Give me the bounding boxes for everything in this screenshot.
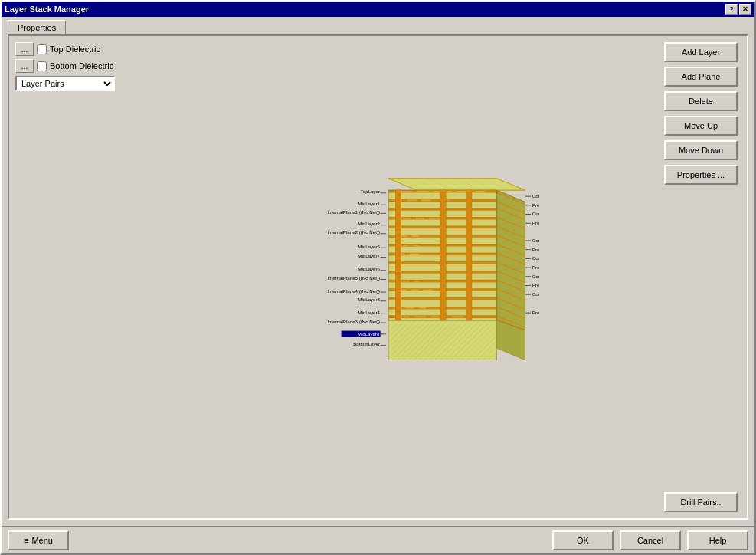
svg-text:InternalPlane5 ((No Net)): InternalPlane5 ((No Net)) <box>327 275 380 281</box>
svg-text:Core (12.6mil): Core (12.6mil) <box>532 291 538 297</box>
top-dielectric-row: ... Top Dielectric <box>15 42 169 56</box>
menu-label: Menu <box>31 536 53 545</box>
svg-rect-60 <box>429 217 440 218</box>
svg-text:Prepreg (12.6mil): Prepreg (12.6mil) <box>532 310 538 315</box>
bottom-dielectric-label: Bottom Dielectric <box>50 61 113 71</box>
ok-button[interactable]: OK <box>552 530 614 550</box>
svg-text:InternalPlane1 ((No Net)): InternalPlane1 ((No Net)) <box>327 209 380 214</box>
svg-rect-142 <box>395 190 401 320</box>
svg-rect-59 <box>415 217 424 218</box>
top-dielectric-dotdot-btn[interactable]: ... <box>15 42 34 56</box>
svg-rect-144 <box>466 190 471 320</box>
svg-text:MidLayer3: MidLayer3 <box>358 297 380 302</box>
move-down-button[interactable]: Move Down <box>664 140 738 160</box>
bottom-dielectric-checkbox[interactable] <box>37 61 47 71</box>
svg-text:Core (12.6mil): Core (12.6mil) <box>532 273 538 278</box>
svg-text:Prepreg (12.6mil): Prepreg (12.6mil) <box>532 246 538 251</box>
help-title-btn[interactable]: ? <box>725 4 738 15</box>
pcb-stack-svg: TopLayer MidLayer1 InternalPlane1 ((No N… <box>294 113 539 442</box>
svg-text:MidLayer6: MidLayer6 <box>358 266 380 271</box>
svg-rect-51 <box>407 199 416 201</box>
tab-properties[interactable]: Properties <box>8 20 66 34</box>
main-content: ... Top Dielectric ... Bottom Dielectric… <box>8 34 748 520</box>
svg-rect-86 <box>411 289 417 291</box>
layer-pairs-dropdown-container: Layer Pairs All Layers <box>15 76 169 91</box>
content-area: ... Top Dielectric ... Bottom Dielectric… <box>15 42 741 512</box>
svg-text:Prepreg (12.6mil): Prepreg (12.6mil) <box>532 202 538 207</box>
svg-marker-30 <box>388 178 525 189</box>
move-up-button[interactable]: Move Up <box>664 116 738 136</box>
svg-text:MidLayer5: MidLayer5 <box>358 243 380 248</box>
left-panel: ... Top Dielectric ... Bottom Dielectric… <box>15 42 169 512</box>
top-dielectric-checkbox[interactable] <box>37 44 47 54</box>
layer-label-toplayer: TopLayer <box>360 189 379 194</box>
add-plane-button[interactable]: Add Plane <box>664 67 738 87</box>
svg-rect-69 <box>402 244 407 245</box>
svg-text:MidLayer8: MidLayer8 <box>357 330 379 336</box>
footer: ≡ Menu OK Cancel Help <box>2 526 754 553</box>
svg-marker-101 <box>496 190 525 360</box>
svg-rect-82 <box>414 280 418 281</box>
svg-text:Prepreg (12.6mil): Prepreg (12.6mil) <box>532 264 538 269</box>
svg-rect-99 <box>452 316 463 317</box>
svg-text:MidLayer2: MidLayer2 <box>358 221 380 226</box>
delete-button[interactable]: Delete <box>664 91 738 111</box>
svg-rect-74 <box>409 253 418 255</box>
window-title: Layer Stack Manager <box>5 5 89 14</box>
svg-rect-81 <box>402 280 409 281</box>
top-dielectric-label: Top Dielectric <box>50 44 100 54</box>
svg-text:Core (12.6mil): Core (12.6mil) <box>532 193 538 199</box>
svg-rect-45 <box>417 190 428 192</box>
svg-rect-70 <box>413 244 418 245</box>
svg-rect-87 <box>423 289 432 291</box>
svg-text:InternalPlane4 ((No Net)): InternalPlane4 ((No Net)) <box>327 287 380 293</box>
main-window: Layer Stack Manager ? ✕ Properties ... T… <box>0 0 756 555</box>
close-title-btn[interactable]: ✕ <box>739 4 751 15</box>
bottom-dielectric-dotdot-btn[interactable]: ... <box>15 59 34 73</box>
cancel-button[interactable]: Cancel <box>620 530 681 550</box>
svg-text:BottomLayer: BottomLayer <box>353 341 380 346</box>
right-panel: Add Layer Add Plane Delete Move Up Move … <box>664 42 741 512</box>
svg-rect-48 <box>475 190 484 192</box>
bottom-dielectric-row: ... Bottom Dielectric <box>15 59 169 73</box>
svg-rect-52 <box>421 199 430 201</box>
svg-rect-143 <box>440 190 445 320</box>
svg-text:Core (12.6mil): Core (12.6mil) <box>532 255 538 261</box>
svg-text:MidLayer7: MidLayer7 <box>358 253 380 258</box>
add-layer-button[interactable]: Add Layer <box>664 42 738 62</box>
layer-pairs-dropdown[interactable]: Layer Pairs All Layers <box>15 76 115 91</box>
menu-button[interactable]: ≡ Menu <box>8 530 69 550</box>
title-bar: Layer Stack Manager ? ✕ <box>2 2 754 17</box>
svg-text:Prepreg (12.6mil): Prepreg (12.6mil) <box>532 282 538 287</box>
drill-pairs-button[interactable]: Drill Pairs.. <box>664 492 738 512</box>
svg-text:InternalPlane2 ((No Net)): InternalPlane2 ((No Net)) <box>327 229 380 235</box>
svg-text:MidLayer1: MidLayer1 <box>358 200 380 205</box>
menu-icon: ≡ <box>24 536 28 545</box>
svg-text:Core (12.6mil): Core (12.6mil) <box>532 237 538 242</box>
pcb-visualization: TopLayer MidLayer1 InternalPlane1 ((No N… <box>175 42 658 512</box>
svg-rect-66 <box>411 235 418 237</box>
svg-rect-92 <box>404 307 414 308</box>
title-bar-buttons: ? ✕ <box>725 4 751 15</box>
help-button[interactable]: Help <box>687 530 748 550</box>
svg-rect-97 <box>414 316 425 317</box>
properties-button[interactable]: Properties ... <box>664 165 738 185</box>
svg-text:Core (12.6mil): Core (12.6mil) <box>532 211 538 216</box>
svg-rect-58 <box>402 217 411 218</box>
svg-rect-93 <box>419 307 426 308</box>
svg-text:InternalPlane3 ((No Net)): InternalPlane3 ((No Net)) <box>327 318 380 323</box>
svg-text:Prepreg (12.6mil): Prepreg (12.6mil) <box>532 220 538 225</box>
svg-text:MidLayer4: MidLayer4 <box>358 310 380 315</box>
svg-rect-65 <box>400 235 407 237</box>
tab-bar: Properties <box>2 17 754 34</box>
